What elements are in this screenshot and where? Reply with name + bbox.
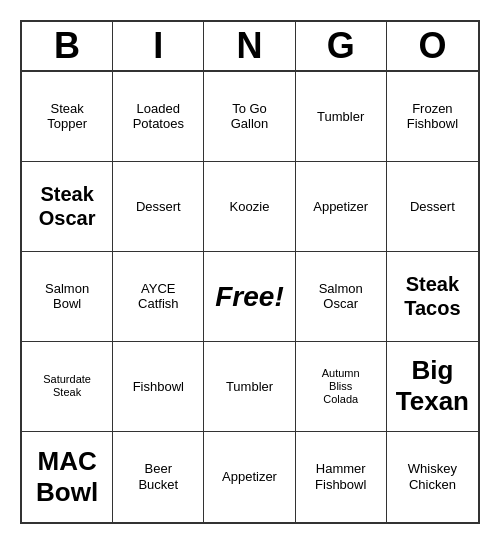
cell-text: Saturdate Steak bbox=[43, 373, 91, 399]
bingo-cell: To Go Gallon bbox=[204, 72, 295, 162]
cell-text: MAC Bowl bbox=[36, 446, 98, 508]
bingo-cell: Steak Oscar bbox=[22, 162, 113, 252]
bingo-cell: Dessert bbox=[387, 162, 478, 252]
bingo-cell: Saturdate Steak bbox=[22, 342, 113, 432]
bingo-cell: Frozen Fishbowl bbox=[387, 72, 478, 162]
header-letter: N bbox=[204, 22, 295, 70]
bingo-cell: Tumbler bbox=[296, 72, 387, 162]
header-letter: I bbox=[113, 22, 204, 70]
cell-text: Salmon Bowl bbox=[45, 281, 89, 312]
cell-text: Whiskey Chicken bbox=[408, 461, 457, 492]
cell-text: Appetizer bbox=[313, 199, 368, 215]
cell-text: Appetizer bbox=[222, 469, 277, 485]
cell-text: Steak Topper bbox=[47, 101, 87, 132]
bingo-cell: Appetizer bbox=[204, 432, 295, 522]
bingo-cell: Salmon Bowl bbox=[22, 252, 113, 342]
bingo-card: BINGO Steak TopperLoaded PotatoesTo Go G… bbox=[20, 20, 480, 524]
header-letter: G bbox=[296, 22, 387, 70]
header-letter: O bbox=[387, 22, 478, 70]
bingo-cell: AYCE Catfish bbox=[113, 252, 204, 342]
cell-text: Beer Bucket bbox=[138, 461, 178, 492]
header-letter: B bbox=[22, 22, 113, 70]
cell-text: Dessert bbox=[410, 199, 455, 215]
cell-text: Dessert bbox=[136, 199, 181, 215]
bingo-cell: Dessert bbox=[113, 162, 204, 252]
cell-text: Steak Oscar bbox=[39, 182, 96, 230]
cell-text: Tumbler bbox=[226, 379, 273, 395]
bingo-cell: Salmon Oscar bbox=[296, 252, 387, 342]
cell-text: Free! bbox=[215, 280, 283, 314]
bingo-cell: Steak Topper bbox=[22, 72, 113, 162]
bingo-cell: MAC Bowl bbox=[22, 432, 113, 522]
cell-text: Loaded Potatoes bbox=[133, 101, 184, 132]
bingo-cell: Loaded Potatoes bbox=[113, 72, 204, 162]
bingo-cell: Beer Bucket bbox=[113, 432, 204, 522]
cell-text: Big Texan bbox=[396, 355, 469, 417]
cell-text: Koozie bbox=[230, 199, 270, 215]
bingo-cell: Appetizer bbox=[296, 162, 387, 252]
bingo-cell: Hammer Fishbowl bbox=[296, 432, 387, 522]
bingo-cell: Fishbowl bbox=[113, 342, 204, 432]
bingo-grid: Steak TopperLoaded PotatoesTo Go GallonT… bbox=[22, 72, 478, 522]
bingo-cell: Tumbler bbox=[204, 342, 295, 432]
bingo-cell: Autumn Bliss Colada bbox=[296, 342, 387, 432]
cell-text: To Go Gallon bbox=[231, 101, 269, 132]
cell-text: Salmon Oscar bbox=[319, 281, 363, 312]
bingo-header: BINGO bbox=[22, 22, 478, 72]
cell-text: Steak Tacos bbox=[404, 272, 460, 320]
cell-text: Tumbler bbox=[317, 109, 364, 125]
cell-text: Hammer Fishbowl bbox=[315, 461, 366, 492]
cell-text: Frozen Fishbowl bbox=[407, 101, 458, 132]
bingo-cell: Free! bbox=[204, 252, 295, 342]
cell-text: Autumn Bliss Colada bbox=[322, 367, 360, 407]
bingo-cell: Koozie bbox=[204, 162, 295, 252]
bingo-cell: Steak Tacos bbox=[387, 252, 478, 342]
cell-text: Fishbowl bbox=[133, 379, 184, 395]
bingo-cell: Whiskey Chicken bbox=[387, 432, 478, 522]
cell-text: AYCE Catfish bbox=[138, 281, 178, 312]
bingo-cell: Big Texan bbox=[387, 342, 478, 432]
